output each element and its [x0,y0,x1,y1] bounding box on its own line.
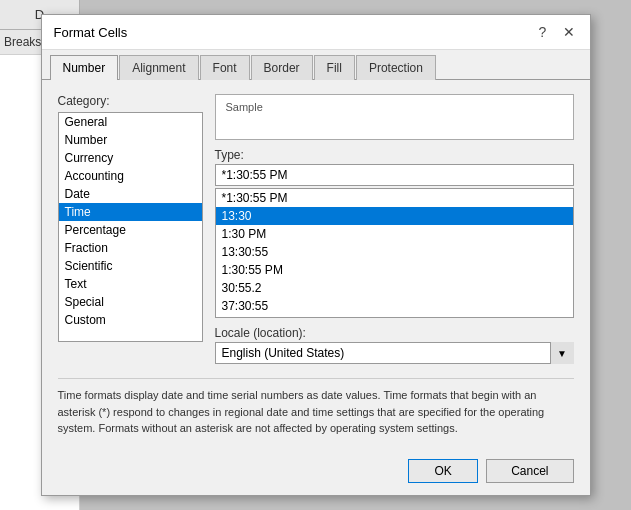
category-label: Category: [58,94,203,108]
tab-number[interactable]: Number [50,55,119,80]
category-item-special[interactable]: Special [59,293,202,311]
category-item-number[interactable]: Number [59,131,202,149]
type-section: Type: *1:30:55 PM13:301:30 PM13:30:551:3… [215,148,574,318]
category-item-scientific[interactable]: Scientific [59,257,202,275]
category-item-general[interactable]: General [59,113,202,131]
locale-wrapper: English (United States)English (United K… [215,342,574,364]
tab-bar: NumberAlignmentFontBorderFillProtection [42,50,590,80]
tab-alignment[interactable]: Alignment [119,55,198,80]
tab-border[interactable]: Border [251,55,313,80]
type-item[interactable]: 13:30:55 [216,243,573,261]
category-item-percentage[interactable]: Percentage [59,221,202,239]
category-item-accounting[interactable]: Accounting [59,167,202,185]
ok-button[interactable]: OK [408,459,478,483]
type-listbox[interactable]: *1:30:55 PM13:301:30 PM13:30:551:30:55 P… [215,188,574,318]
right-panel: Sample Type: *1:30:55 PM13:301:30 PM13:3… [215,94,574,364]
type-item[interactable]: 1:30:55 PM [216,261,573,279]
cancel-button[interactable]: Cancel [486,459,573,483]
close-button[interactable]: ✕ [560,23,578,41]
dialog-title: Format Cells [54,25,128,40]
locale-select[interactable]: English (United States)English (United K… [215,342,574,364]
category-panel: Category: GeneralNumberCurrencyAccountin… [58,94,203,364]
category-item-time[interactable]: Time [59,203,202,221]
description-text: Time formats display date and time seria… [58,378,574,437]
type-item[interactable]: 13:30 [216,207,573,225]
sample-label: Sample [226,101,563,113]
tab-fill[interactable]: Fill [314,55,355,80]
type-label: Type: [215,148,574,162]
type-input[interactable] [215,164,574,186]
type-item[interactable]: 30:55.2 [216,279,573,297]
type-item[interactable]: *1:30:55 PM [216,189,573,207]
format-cells-dialog: Format Cells ? ✕ NumberAlignmentFontBord… [41,14,591,496]
tab-font[interactable]: Font [200,55,250,80]
category-item-fraction[interactable]: Fraction [59,239,202,257]
sample-value [226,115,563,133]
dialog-footer: OK Cancel [42,451,590,495]
dialog-content: Category: GeneralNumberCurrencyAccountin… [42,80,590,451]
dialog-controls: ? ✕ [534,23,578,41]
tab-protection[interactable]: Protection [356,55,436,80]
category-listbox[interactable]: GeneralNumberCurrencyAccountingDateTimeP… [58,112,203,342]
dialog-titlebar: Format Cells ? ✕ [42,15,590,50]
type-item[interactable]: 37:30:55 [216,297,573,315]
help-button[interactable]: ? [534,23,552,41]
category-item-custom[interactable]: Custom [59,311,202,329]
category-item-currency[interactable]: Currency [59,149,202,167]
category-item-date[interactable]: Date [59,185,202,203]
locale-section: Locale (location): English (United State… [215,326,574,364]
category-item-text[interactable]: Text [59,275,202,293]
locale-label: Locale (location): [215,326,574,340]
sample-section: Sample [215,94,574,140]
main-area: Category: GeneralNumberCurrencyAccountin… [58,94,574,364]
type-item[interactable]: 1:30 PM [216,225,573,243]
